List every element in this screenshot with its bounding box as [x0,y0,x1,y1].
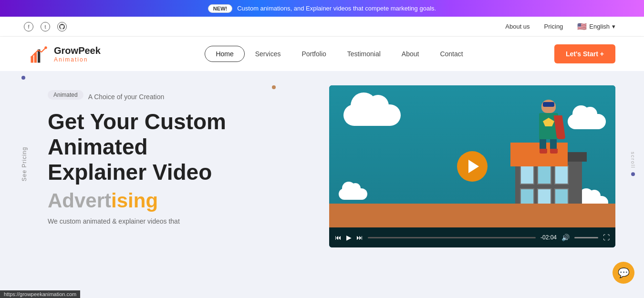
window-3 [554,165,569,185]
rewind-button[interactable]: ⏮ [335,234,342,241]
volume-bar[interactable] [574,237,598,238]
logo-brand-grow: Grow [54,45,78,56]
ground [329,204,615,227]
fast-forward-button[interactable]: ⏭ [356,234,363,241]
github-icon[interactable] [57,22,67,31]
hero-legs [534,139,563,154]
status-bar: https://growpeekanimation.com [0,290,80,298]
chat-button[interactable]: 💬 [613,262,634,284]
window-1 [520,165,534,185]
cloud-4 [339,188,367,200]
hero-left: Animated A Choice of your Creation Get Y… [48,85,310,226]
right-leg [550,139,557,149]
play-icon [468,160,479,173]
main-nav: GrowPeek Animation Home Services Portfol… [0,37,644,71]
hero-title: Get Your Custom Animated Explainer Video [48,109,310,185]
banner-message: Custom animations, and Explainer videos … [237,5,436,12]
lets-start-button[interactable]: Let's Start + [554,44,615,63]
decorative-dot-3 [272,85,276,89]
hero-body [539,113,558,139]
scroll-label: scroll [630,152,635,168]
logo-area: GrowPeek Animation [29,43,124,65]
progress-bar[interactable] [368,237,536,238]
video-scene [329,85,615,247]
nav-link-services[interactable]: Services [245,46,291,62]
status-url: https://growpeekanimation.com [4,291,76,297]
right-boot [550,149,558,154]
hero-animated-word: Advertising [48,189,310,213]
nav-link-portfolio[interactable]: Portfolio [291,46,336,62]
left-boot [540,149,547,154]
subtitle-tag: A Choice of your Creation [88,93,165,101]
superhero-character [534,100,563,147]
chat-icon: 💬 [618,267,630,278]
cloud-1 [343,104,401,126]
logo-brand-peek: Peek [78,45,101,56]
nav-links: Home Services Portfolio Testimonial Abou… [124,46,554,62]
twitter-icon[interactable]: t [41,22,50,31]
hero-word-grey: Advert [48,189,111,212]
hero-section: See Pricing Animated A Choice of your Cr… [0,71,644,257]
play-pause-button[interactable]: ▶ [346,234,352,241]
new-badge: NEW! [208,4,232,13]
social-icons: f t [24,22,67,31]
scroll-dot [631,173,635,176]
top-banner: NEW! Custom animations, and Explainer vi… [0,0,644,17]
hero-chest [543,118,554,126]
nav-link-about[interactable]: About [391,46,430,62]
about-us-link[interactable]: About us [505,23,530,30]
hero-description: We custom animated & explainer videos th… [48,216,310,226]
fullscreen-button[interactable]: ⛶ [603,234,610,241]
logo-brand-sub: Animation [54,56,101,63]
pricing-link[interactable]: Pricing [544,23,563,30]
hero-cape [553,115,565,139]
volume-icon[interactable]: 🔊 [561,234,570,241]
language-label: English [589,23,610,30]
left-leg [540,139,546,149]
side-pricing-text[interactable]: See Pricing [21,147,28,181]
language-selector[interactable]: 🇺🇸 English ▾ [577,22,615,31]
nav-link-contact[interactable]: Contact [429,46,473,62]
animated-tag: Animated [48,90,83,100]
logo-text: GrowPeek Animation [54,45,101,63]
logo-icon [29,43,50,65]
cloud-2 [568,114,606,129]
time-display: -02:04 [540,234,557,241]
hero-mask [543,102,554,107]
scroll-indicator: scroll [630,152,635,176]
decorative-dot-2 [21,76,25,80]
chevron-down-icon: ▾ [612,23,615,30]
nav-link-testimonial[interactable]: Testimonial [337,46,391,62]
hero-head [541,100,556,113]
utility-nav: f t About us Pricing 🇺🇸 English ▾ [0,17,644,37]
hero-word-orange: ising [111,189,158,212]
nav-link-home[interactable]: Home [205,46,244,62]
window-2 [537,165,551,185]
video-controls: ⏮ ▶ ⏭ -02:04 🔊 ⛶ [329,227,615,247]
hero-right: ⏮ ▶ ⏭ -02:04 🔊 ⛶ [329,85,615,247]
play-button[interactable] [457,151,488,182]
facebook-icon[interactable]: f [24,22,33,31]
svg-point-4 [44,46,47,49]
video-container[interactable]: ⏮ ▶ ⏭ -02:04 🔊 ⛶ [329,85,615,247]
